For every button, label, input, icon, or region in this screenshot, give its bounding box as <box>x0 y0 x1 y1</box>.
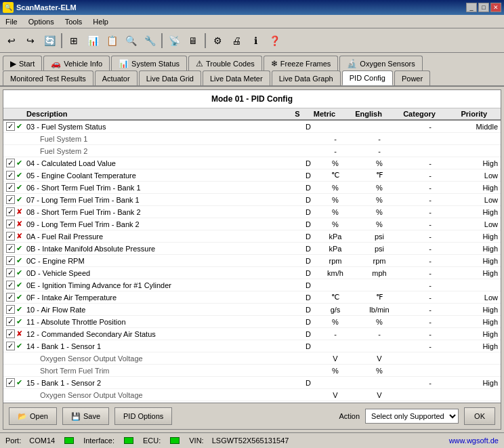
menu-file[interactable]: File <box>3 16 20 27</box>
row-check-10[interactable]: ✓ ✔ <box>6 305 26 314</box>
header-priority: Priority <box>446 110 487 118</box>
tab-freeze-frames[interactable]: ❄ Freeze Frames <box>264 56 339 70</box>
toolbar-grid[interactable]: ⊞ <box>65 32 83 49</box>
app-icon: 🔍 <box>3 2 14 13</box>
close-button[interactable]: ✕ <box>490 3 501 12</box>
toolbar-help[interactable]: ❓ <box>266 32 283 49</box>
row-check-04[interactable]: ✓ ✔ <box>6 159 26 167</box>
checkbox-0d[interactable]: ✓ <box>6 268 15 277</box>
toolbar-info[interactable]: ℹ <box>247 32 264 49</box>
category-11: - <box>403 318 457 326</box>
checkbox-10[interactable]: ✓ <box>6 305 15 314</box>
category-06: - <box>403 184 457 192</box>
tab-oxygen-sensors[interactable]: 🔬 Oxygen Sensors <box>339 56 422 70</box>
priority-03: Middle <box>457 123 498 131</box>
window-controls[interactable]: _ □ ✕ <box>466 3 501 12</box>
checkbox-06[interactable]: ✓ <box>6 183 15 192</box>
tab-live-grid[interactable]: Live Data Grid <box>139 70 201 85</box>
check-mark: ✓ <box>7 207 14 216</box>
checkbox-05[interactable]: ✓ <box>6 171 15 180</box>
toolbar-data[interactable]: 📋 <box>103 32 121 49</box>
checkbox-14[interactable]: ✓ <box>6 342 15 350</box>
category-03: - <box>403 123 457 131</box>
tab-live-meter[interactable]: Live Data Meter <box>203 70 270 85</box>
row-check-05[interactable]: ✓ ✔ <box>6 171 26 180</box>
row-check-12[interactable]: ✓ ✘ <box>6 329 26 338</box>
tab-start[interactable]: ▶ Start <box>3 56 42 70</box>
checkbox-07[interactable]: ✓ <box>6 195 15 204</box>
tab-power[interactable]: Power <box>394 70 430 85</box>
toolbar-forward[interactable]: ↪ <box>22 32 39 49</box>
tab-vehicle-info[interactable]: 🚗 Vehicle Info <box>43 56 110 70</box>
toolbar-settings[interactable]: ⚙ <box>209 32 226 49</box>
toolbar-filter[interactable]: 🔍 <box>122 32 140 49</box>
checkbox-08[interactable]: ✓ <box>6 207 15 216</box>
english-08: % <box>356 208 403 216</box>
pid-options-button[interactable]: PID Options <box>114 407 172 425</box>
menu-options[interactable]: Options <box>26 16 57 27</box>
row-check-0f[interactable]: ✓ ✔ <box>6 293 26 302</box>
minimize-button[interactable]: _ <box>466 3 477 12</box>
checkbox-12[interactable]: ✓ <box>6 329 15 338</box>
category-0f: - <box>403 293 457 302</box>
category-07: - <box>403 196 457 204</box>
tab-monitored[interactable]: Monitored Test Results <box>3 70 93 85</box>
metric-stft-1: % <box>315 367 356 375</box>
priority-14: High <box>457 342 498 350</box>
row-check-07[interactable]: ✓ ✔ <box>6 195 26 204</box>
metric-10: g/s <box>315 306 356 314</box>
row-check-06[interactable]: ✓ ✔ <box>6 183 26 192</box>
main-content: Mode 01 - PID Config Description S Metri… <box>3 89 501 430</box>
save-button[interactable]: 💾 Save <box>62 407 109 425</box>
s-14: D <box>301 342 315 350</box>
checkbox-0c[interactable]: ✓ <box>6 256 15 265</box>
tab-trouble-codes[interactable]: ⚠ Trouble Codes <box>188 56 262 70</box>
checkbox-03[interactable]: ✓ <box>6 122 15 131</box>
checkbox-09[interactable]: ✓ <box>6 220 15 228</box>
s-0a: D <box>301 232 315 241</box>
ok-button[interactable]: OK <box>464 407 495 425</box>
toolbar-wrench[interactable]: 🔧 <box>141 32 159 49</box>
english-fuel1: - <box>356 135 403 143</box>
row-check-03[interactable]: ✓ ✔ <box>6 122 26 131</box>
row-check-0b[interactable]: ✓ ✔ <box>6 244 26 253</box>
checkbox-0f[interactable]: ✓ <box>6 293 15 302</box>
row-check-14[interactable]: ✓ ✔ <box>6 342 26 350</box>
checkbox-0b[interactable]: ✓ <box>6 244 15 253</box>
action-select[interactable]: Select only Supported Select All Deselec… <box>365 409 459 424</box>
row-check-0c[interactable]: ✓ ✔ <box>6 256 26 265</box>
maximize-button[interactable]: □ <box>478 3 489 12</box>
toolbar-print[interactable]: 🖨 <box>228 32 245 49</box>
checkbox-11[interactable]: ✓ <box>6 317 15 326</box>
row-check-0a[interactable]: ✓ ✘ <box>6 232 26 241</box>
checkbox-04[interactable]: ✓ <box>6 159 15 167</box>
row-check-08[interactable]: ✓ ✘ <box>6 207 26 216</box>
tab-actuator[interactable]: Actuator <box>95 70 138 85</box>
tab-bar-2: Monitored Test Results Actuator Live Dat… <box>0 70 504 87</box>
checkbox-15[interactable]: ✓ <box>6 378 15 387</box>
tab-live-graph[interactable]: Live Data Graph <box>272 70 341 85</box>
toolbar-chart[interactable]: 📊 <box>84 32 102 49</box>
menu-help[interactable]: Help <box>90 16 111 27</box>
row-check-09[interactable]: ✓ ✘ <box>6 220 26 228</box>
toolbar-back[interactable]: ↩ <box>3 32 20 49</box>
row-check-0e[interactable]: ✓ ✔ <box>6 281 26 289</box>
header-category: Category <box>392 110 446 118</box>
priority-0c: High <box>457 257 498 265</box>
s-0d: D <box>301 269 315 277</box>
metric-06: % <box>315 184 356 192</box>
toolbar-monitor[interactable]: 🖥 <box>184 32 202 49</box>
checkbox-0a[interactable]: ✓ <box>6 232 15 241</box>
check-mark: ✓ <box>7 305 14 314</box>
toolbar-scan[interactable]: 📡 <box>165 32 183 49</box>
toolbar-refresh[interactable]: 🔄 <box>41 32 58 49</box>
menu-tools[interactable]: Tools <box>62 16 85 27</box>
checkbox-0e[interactable]: ✓ <box>6 281 15 289</box>
tab-system-status[interactable]: 📊 System Status <box>111 56 187 70</box>
tab-pid-config[interactable]: PID Config <box>342 70 393 85</box>
row-check-11[interactable]: ✓ ✔ <box>6 317 26 326</box>
row-check-0d[interactable]: ✓ ✔ <box>6 268 26 277</box>
row-check-15[interactable]: ✓ ✔ <box>6 378 26 387</box>
open-button[interactable]: 📂 Open <box>9 407 57 425</box>
category-0c: - <box>403 257 457 265</box>
